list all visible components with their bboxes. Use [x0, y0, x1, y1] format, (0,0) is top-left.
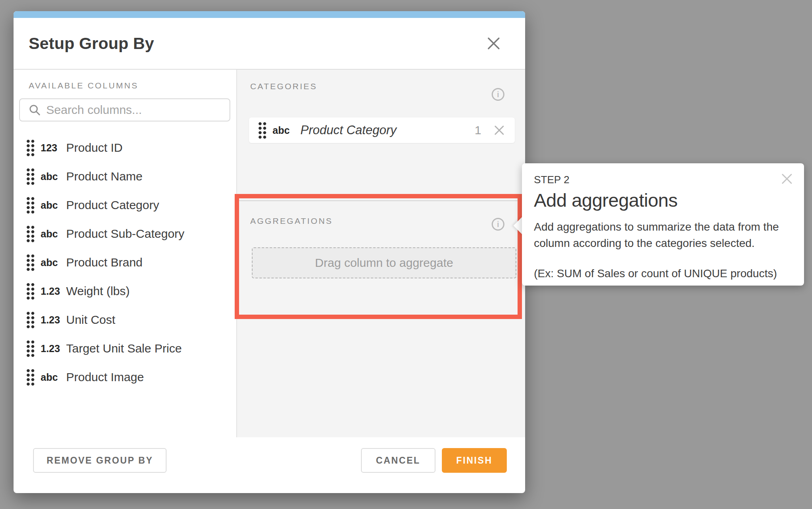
column-list-item[interactable]: 1.23 Weight (lbs) [19, 277, 231, 305]
column-list-item[interactable]: 123 Product ID [19, 133, 231, 162]
aggregations-info-icon[interactable]: i [492, 218, 504, 231]
search-columns-input[interactable] [46, 103, 223, 117]
dialog-body: AVAILABLE COLUMNS 123 Product ID abc [14, 69, 525, 437]
column-label: Product Sub-Category [66, 227, 184, 241]
column-label: Product Brand [66, 256, 143, 269]
dialog-footer: REMOVE GROUP BY CANCEL FINISH [14, 437, 525, 492]
section-divider [237, 200, 525, 201]
column-list-item[interactable]: abc Product Image [19, 363, 231, 392]
column-list-item[interactable]: abc Product Brand [19, 248, 231, 277]
column-list-item[interactable]: abc Product Sub-Category [19, 219, 231, 248]
categories-info-icon[interactable]: i [492, 88, 504, 101]
drag-handle-icon[interactable] [26, 196, 35, 214]
column-label: Unit Cost [66, 313, 115, 327]
drag-handle-icon[interactable] [26, 225, 35, 243]
aggregation-dropzone[interactable]: Drag column to aggregate [252, 247, 516, 278]
column-label: Product ID [66, 141, 123, 155]
column-type-icon: abc [41, 171, 63, 182]
available-columns-list: 123 Product ID abc Product Name abc Prod… [19, 133, 231, 392]
tooltip-body-text: Add aggregations to summarize the data f… [534, 219, 793, 251]
categories-header: CATEGORIES [250, 82, 317, 91]
category-order-badge: 1 [475, 123, 481, 137]
search-icon [29, 104, 41, 116]
column-type-icon: 1.23 [41, 314, 63, 326]
column-type-icon: abc [41, 372, 63, 383]
column-list-item[interactable]: 1.23 Unit Cost [19, 305, 231, 334]
tooltip-example-text: (Ex: SUM of Sales or count of UNIQUE pro… [534, 267, 793, 280]
tooltip-close-icon[interactable] [780, 172, 794, 186]
dropzone-hint-text: Drag column to aggregate [315, 256, 453, 270]
column-type-icon: abc [41, 200, 63, 211]
dialog-close-icon[interactable] [486, 36, 501, 51]
column-type-icon: abc [41, 257, 63, 268]
category-item-label: Product Category [300, 123, 396, 137]
drag-handle-icon[interactable] [26, 168, 35, 186]
column-list-item[interactable]: 1.23 Target Unit Sale Price [19, 334, 231, 363]
search-columns-box [19, 98, 230, 121]
column-label: Product Image [66, 370, 144, 384]
footer-actions: CANCEL FINISH [361, 448, 507, 473]
column-type-icon: 123 [41, 142, 63, 154]
group-by-config-panel: CATEGORIES i abc Product Category 1 AGGR… [237, 70, 525, 437]
drag-handle-icon[interactable] [26, 282, 35, 300]
column-list-item[interactable]: abc Product Name [19, 162, 231, 191]
drag-handle-icon[interactable] [26, 139, 35, 157]
column-label: Weight (lbs) [66, 284, 130, 298]
tooltip-title: Add aggregations [534, 189, 793, 211]
step-2-tooltip: STEP 2 Add aggregations Add aggregations… [522, 163, 804, 286]
finish-button[interactable]: FINISH [442, 448, 507, 473]
drag-handle-icon[interactable] [258, 121, 267, 139]
remove-category-icon[interactable] [493, 124, 505, 136]
screen-backdrop: { "colors": { "backdrop": "#999999", "ac… [0, 0, 812, 509]
drag-handle-icon[interactable] [26, 340, 35, 358]
column-label: Product Category [66, 198, 159, 212]
available-columns-header: AVAILABLE COLUMNS [29, 81, 231, 90]
setup-group-by-dialog: Setup Group By AVAILABLE COLUMNS 123 Pro… [14, 11, 525, 493]
aggregations-header: AGGREGATIONS [250, 216, 333, 226]
column-type-icon: abc [41, 228, 63, 240]
cancel-button[interactable]: CANCEL [361, 448, 435, 473]
column-type-icon: abc [273, 125, 294, 136]
dialog-accent-bar [14, 11, 525, 18]
column-type-icon: 1.23 [41, 286, 63, 297]
column-label: Product Name [66, 170, 143, 183]
dialog-header: Setup Group By [14, 18, 525, 69]
remove-group-by-button[interactable]: REMOVE GROUP BY [33, 448, 167, 473]
column-list-item[interactable]: abc Product Category [19, 191, 231, 219]
category-item-card[interactable]: abc Product Category 1 [249, 117, 515, 143]
drag-handle-icon[interactable] [26, 254, 35, 272]
dialog-title: Setup Group By [29, 34, 154, 53]
drag-handle-icon[interactable] [26, 368, 35, 386]
column-label: Target Unit Sale Price [66, 342, 182, 355]
drag-handle-icon[interactable] [26, 311, 35, 329]
tooltip-step-label: STEP 2 [534, 174, 793, 186]
available-columns-panel: AVAILABLE COLUMNS 123 Product ID abc [14, 70, 236, 437]
column-type-icon: 1.23 [41, 343, 63, 354]
